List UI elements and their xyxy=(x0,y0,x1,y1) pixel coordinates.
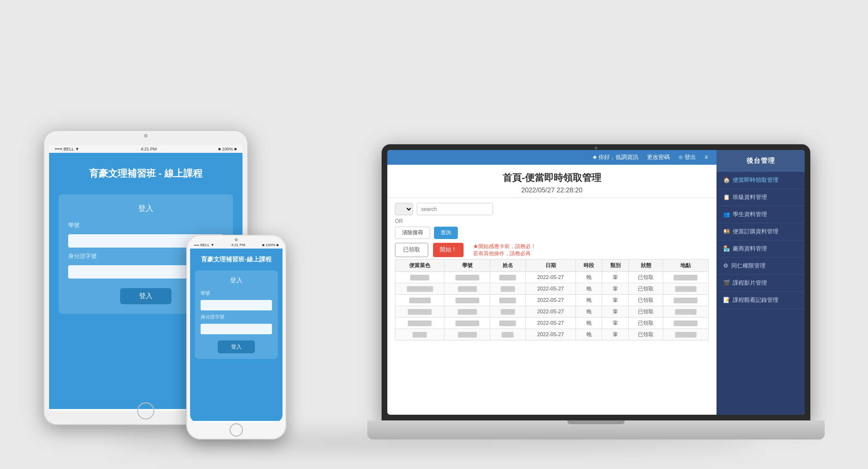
col-header-location: 地點 xyxy=(663,259,708,271)
sidebar-label-6: 課程影片管理 xyxy=(733,279,767,287)
table-row: 2022-05-27 晚 葷 已領取 xyxy=(395,283,709,294)
cell-location-2 xyxy=(663,294,708,306)
sidebar-label-7: 課程觀看記錄管理 xyxy=(733,297,778,304)
cell-date-0: 2022-05-27 xyxy=(525,271,575,283)
page-header: 首頁-便當即時領取管理 2022/05/27 22:28:20 xyxy=(387,165,717,198)
cell-id-4 xyxy=(444,317,490,329)
topbar-menu-icon[interactable]: ≡ xyxy=(705,154,708,160)
table-row: 2022-05-27 晚 葷 已領取 xyxy=(395,306,709,317)
phone-app-screen: 育豪文理補習班-線上課程 登入 學號 身分證字號 登入 xyxy=(190,249,283,421)
cell-id-5 xyxy=(444,329,490,340)
phone-time: 4:21 PM xyxy=(231,243,245,247)
laptop-content: ♣ 你好，低調資訊 更改密碼 ⊙ 登出 ≡ 首頁-便當即時領取管理 2022/0… xyxy=(387,150,805,415)
sidebar-icon-3: 🍱 xyxy=(723,228,730,235)
cell-status-5: 已領取 xyxy=(629,329,663,340)
topbar-logout[interactable]: ⊙ 登出 xyxy=(678,153,696,161)
tablet-battery: ■ 100% ■ xyxy=(218,147,237,151)
cell-category-1: 葷 xyxy=(602,283,629,294)
query-button[interactable]: 查詢 xyxy=(434,227,458,239)
data-table: 便當菜色 學號 姓名 日期 時段 類別 狀態 地點 xyxy=(395,259,709,340)
laptop-sidebar: 後台管理 🏠便當即時領取管理📋班級資料管理👥學生資料管理🍱便當訂購資料管理🏪廠商… xyxy=(717,150,805,415)
table-row: 2022-05-27 晚 葷 已領取 xyxy=(395,317,709,329)
tablet-camera-icon xyxy=(144,134,148,138)
cell-color-4 xyxy=(395,317,444,329)
cell-date-4: 2022-05-27 xyxy=(525,317,575,329)
col-header-date: 日期 xyxy=(525,259,575,271)
sidebar-item-6[interactable]: 🎬課程影片管理 xyxy=(717,275,805,292)
or-text: OR xyxy=(395,218,403,224)
cell-timeslot-0: 晚 xyxy=(575,271,602,283)
phone-screen: •••• BELL ▼ 4:21 PM ■ 100% ■ 育豪文理補習班-線上課… xyxy=(190,241,283,422)
tablet-time: 4:21 PM xyxy=(141,147,157,151)
sidebar-icon-5: ⚙ xyxy=(723,262,728,269)
cell-status-1: 已領取 xyxy=(629,283,663,294)
sidebar-item-3[interactable]: 🍱便當訂購資料管理 xyxy=(717,223,805,240)
tablet-status-bar: ••••• BELL ▼ 4:21 PM ■ 100% ■ xyxy=(49,145,242,153)
tablet-id-number-label: 身分證字號 xyxy=(68,252,97,260)
phone-body: •••• BELL ▼ 4:21 PM ■ 100% ■ 育豪文理補習班-線上課… xyxy=(186,235,286,439)
sidebar-item-0[interactable]: 🏠便當即時領取管理 xyxy=(717,172,805,189)
phone-app-title: 育豪文理補習班-線上課程 xyxy=(201,255,271,264)
cell-location-0 xyxy=(663,271,708,283)
phone-student-id-input[interactable] xyxy=(201,300,272,310)
cell-status-3: 已領取 xyxy=(629,306,663,317)
cell-category-2: 葷 xyxy=(602,294,629,306)
phone-login-form: 登入 學號 身分證字號 登入 xyxy=(195,270,278,359)
laptop-base xyxy=(367,420,825,439)
search-select[interactable] xyxy=(395,203,413,215)
search-input[interactable] xyxy=(417,203,493,215)
laptop: ♣ 你好，低調資訊 更改密碼 ⊙ 登出 ≡ 首頁-便當即時領取管理 2022/0… xyxy=(382,144,810,439)
sidebar-label-0: 便當即時領取管理 xyxy=(733,177,778,184)
cell-color-2 xyxy=(395,294,444,306)
action-row: 已領取 開始！ ★開始感應卡前，請務必！ 若有其他操作，請務必再 xyxy=(395,243,709,257)
page-datetime: 2022/05/27 22:28:20 xyxy=(397,186,707,194)
warning-text-1: ★開始感應卡前，請務必！ xyxy=(473,243,709,250)
laptop-body: ♣ 你好，低調資訊 更改密碼 ⊙ 登出 ≡ 首頁-便當即時領取管理 2022/0… xyxy=(382,144,810,420)
phone-login-button[interactable]: 登入 xyxy=(218,340,255,353)
phone-login-heading: 登入 xyxy=(230,276,242,285)
cell-status-0: 已領取 xyxy=(629,271,663,283)
sidebar-item-1[interactable]: 📋班級資料管理 xyxy=(717,189,805,206)
cell-status-2: 已領取 xyxy=(629,294,663,306)
sidebar-label-5: 同仁權限管理 xyxy=(731,262,766,269)
start-button[interactable]: 開始！ xyxy=(433,243,464,257)
sidebar-item-7[interactable]: 📝課程觀看記錄管理 xyxy=(717,292,805,309)
sidebar-label-3: 便當訂購資料管理 xyxy=(733,228,778,235)
cell-name-3 xyxy=(490,306,525,317)
tablet-home-button[interactable] xyxy=(137,402,154,419)
claimed-button[interactable]: 已領取 xyxy=(395,243,428,257)
cell-category-3: 葷 xyxy=(602,306,629,317)
cell-category-4: 葷 xyxy=(602,317,629,329)
topbar-change-password[interactable]: 更改密碼 xyxy=(647,153,670,161)
cell-id-1 xyxy=(444,283,490,294)
content-area: OR 清除搜尋 查詢 已領取 開始！ ★開始感應卡 xyxy=(387,198,717,415)
clear-search-button[interactable]: 清除搜尋 xyxy=(395,227,430,239)
phone-home-button[interactable] xyxy=(230,423,243,437)
sidebar-icon-2: 👥 xyxy=(723,211,730,218)
cell-color-1 xyxy=(395,283,444,294)
phone-student-id-label: 學號 xyxy=(201,290,210,297)
sidebar-item-5[interactable]: ⚙同仁權限管理 xyxy=(717,258,805,275)
page-title: 首頁-便當即時領取管理 xyxy=(397,171,707,184)
phone-status-bar: •••• BELL ▼ 4:21 PM ■ 100% ■ xyxy=(190,241,283,249)
tablet-app-title: 育豪文理補習班 - 線上課程 xyxy=(89,167,202,180)
phone-id-number-input[interactable] xyxy=(201,324,272,334)
search-action-row: 清除搜尋 查詢 xyxy=(395,227,709,239)
tablet-login-button[interactable]: 登入 xyxy=(120,288,172,304)
tablet-carrier: ••••• BELL ▼ xyxy=(55,147,79,151)
cell-date-5: 2022-05-27 xyxy=(525,329,575,340)
phone-camera-icon xyxy=(235,238,238,241)
cell-timeslot-5: 晚 xyxy=(575,329,602,340)
cell-timeslot-3: 晚 xyxy=(575,306,602,317)
col-header-status: 狀態 xyxy=(629,259,663,271)
warning-text-2: 若有其他操作，請務必再 xyxy=(473,250,709,257)
cell-date-1: 2022-05-27 xyxy=(525,283,575,294)
sidebar-item-4[interactable]: 🏪廠商資料管理 xyxy=(717,240,805,258)
sidebar-item-2[interactable]: 👥學生資料管理 xyxy=(717,206,805,223)
col-header-id: 學號 xyxy=(444,259,490,271)
sidebar-icon-4: 🏪 xyxy=(723,245,730,252)
tablet-student-id-label: 學號 xyxy=(68,221,80,230)
cell-name-4 xyxy=(490,317,525,329)
cell-id-3 xyxy=(444,306,490,317)
laptop-camera-icon xyxy=(595,147,597,150)
